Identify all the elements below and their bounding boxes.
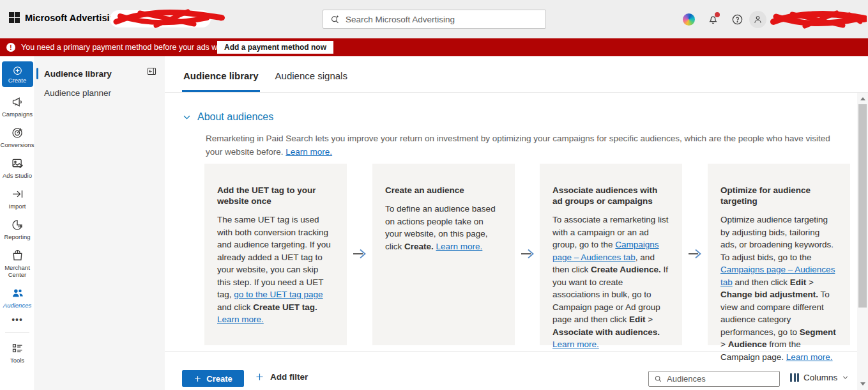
nav-item-audiences[interactable]: Audiences xyxy=(0,286,35,309)
onboarding-card-2: Create an audienceTo define an audience … xyxy=(372,164,515,345)
add-payment-method-button[interactable]: Add a payment method now xyxy=(217,41,333,54)
avatar xyxy=(749,11,766,28)
plus-icon xyxy=(255,372,264,382)
card-text: The same UET tag is used with both conve… xyxy=(217,215,331,299)
columns-button[interactable]: Columns xyxy=(790,373,849,382)
card-bold-text: Audience xyxy=(728,339,767,349)
card-text: > xyxy=(806,277,814,287)
card-body: To define an audience based on actions p… xyxy=(385,203,502,253)
columns-icon xyxy=(790,373,799,382)
microsoft-logo-icon xyxy=(9,12,20,23)
nav-item-merchant-center[interactable]: MerchantCenter xyxy=(0,249,35,278)
rail-divider xyxy=(5,332,29,333)
card-link[interactable]: Learn more. xyxy=(436,242,483,251)
image-icon xyxy=(11,157,24,170)
scroll-up-arrow-icon[interactable] xyxy=(857,94,868,104)
card-bold-text: Edit xyxy=(790,277,807,287)
nav-item-reporting[interactable]: Reporting xyxy=(0,218,35,240)
help-button[interactable] xyxy=(725,7,749,31)
search-sparkle-icon xyxy=(330,14,340,25)
nav-item-ads-studio[interactable]: Ads Studio xyxy=(0,157,35,179)
nav-item-label: Tools xyxy=(10,357,24,364)
search-icon xyxy=(654,375,662,383)
sidebar-item-audience-planner[interactable]: Audience planner xyxy=(35,83,165,102)
brand: Microsoft Advertising xyxy=(9,12,121,23)
nav-item-import[interactable]: Import xyxy=(0,187,35,210)
nav-item-label: Audiences xyxy=(3,302,31,309)
add-filter-label: Add filter xyxy=(270,372,308,382)
card-bold-text: Associate with audiences. xyxy=(552,327,660,337)
megaphone-icon xyxy=(11,95,24,109)
notification-dot xyxy=(715,12,720,17)
tab-audience-signals[interactable]: Audience signals xyxy=(274,70,349,92)
card-text: > xyxy=(646,315,653,324)
top-header: Microsoft Advertising xyxy=(0,0,868,38)
people-icon xyxy=(11,286,24,300)
account-switcher[interactable] xyxy=(110,10,211,27)
about-learn-more-link[interactable]: Learn more. xyxy=(286,147,332,157)
onboarding-card-1: Add the UET tag to your website onceThe … xyxy=(204,164,347,345)
columns-label: Columns xyxy=(803,373,837,382)
card-title: Associate audiences with ad groups or ca… xyxy=(552,185,669,207)
card-text: and then click xyxy=(733,277,790,287)
nav-item-label: Campaigns xyxy=(2,111,33,118)
card-link[interactable]: Learn more. xyxy=(552,339,599,349)
card-body: Optimize audience targeting by adjusting… xyxy=(720,214,837,363)
chevron-down-icon xyxy=(198,15,206,23)
nav-item-tools[interactable]: Tools xyxy=(0,341,35,364)
sidebar-item-audience-library[interactable]: Audience library xyxy=(35,64,165,83)
secondary-sidebar: Audience libraryAudience planner xyxy=(35,56,165,390)
nav-more-button[interactable]: ••• xyxy=(0,315,35,325)
vertical-scrollbar[interactable] xyxy=(857,93,868,390)
tab-audience-library[interactable]: Audience library xyxy=(182,70,260,92)
create-button[interactable]: Create xyxy=(2,61,33,87)
user-menu[interactable] xyxy=(749,0,868,38)
audiences-search[interactable] xyxy=(648,371,780,387)
audiences-search-input[interactable] xyxy=(667,374,774,384)
scrollbar-thumb[interactable] xyxy=(858,104,867,308)
collapse-pane-icon[interactable] xyxy=(146,66,157,77)
redacted-account-name xyxy=(111,6,226,31)
copilot-icon xyxy=(683,13,695,26)
card-text: and click xyxy=(217,302,253,312)
about-intro: Remarketing in Paid Search lets you impr… xyxy=(206,132,839,159)
nav-item-campaigns[interactable]: Campaigns xyxy=(0,95,35,118)
card-link[interactable]: Learn more. xyxy=(217,315,264,324)
nav-item-label: Reporting xyxy=(4,233,30,240)
create-button-label: Create xyxy=(8,77,27,84)
chevron-down-icon xyxy=(182,113,192,122)
payment-alert-banner: ! You need a primary payment method befo… xyxy=(0,38,868,56)
card-link[interactable]: Learn more. xyxy=(786,352,833,362)
onboarding-cards: Add the UET tag to your website onceThe … xyxy=(165,164,868,345)
card-text: Optimize audience targeting by adjusting… xyxy=(720,215,834,262)
step-arrow-right-icon xyxy=(688,249,703,259)
step-arrow-right-icon xyxy=(521,249,536,259)
nav-item-label: MerchantCenter xyxy=(4,264,30,278)
card-body: To associate a remarketing list with a c… xyxy=(552,214,669,351)
card-bold-text: Create Audience. xyxy=(591,265,661,274)
card-title: Add the UET tag to your website once xyxy=(217,185,334,207)
about-audiences-toggle[interactable]: About audiences xyxy=(182,111,273,123)
about-audiences-title: About audiences xyxy=(197,111,273,123)
copilot-button[interactable] xyxy=(676,7,701,31)
step-arrow-right-icon xyxy=(353,249,368,259)
tools-list-icon xyxy=(11,341,24,355)
chevron-down-icon xyxy=(842,374,849,381)
onboarding-card-3: Associate audiences with ad groups or ca… xyxy=(540,164,682,345)
tab-bar: Audience libraryAudience signals xyxy=(165,56,868,93)
onboarding-card-4: Optimize for audience targetingOptimize … xyxy=(708,164,850,345)
create-audience-label: Create xyxy=(206,374,232,384)
global-search-input[interactable] xyxy=(346,15,539,24)
card-link[interactable]: go to the UET tag page xyxy=(234,290,323,299)
shopping-bag-icon xyxy=(11,249,24,262)
create-audience-button[interactable]: Create xyxy=(182,370,244,387)
card-title: Optimize for audience targeting xyxy=(720,185,837,207)
notifications-button[interactable] xyxy=(701,7,725,31)
add-filter-button[interactable]: Add filter xyxy=(255,372,308,382)
scroll-down-arrow-icon[interactable] xyxy=(857,379,868,389)
nav-item-conversions[interactable]: Conversions xyxy=(0,126,35,148)
create-plus-icon xyxy=(12,65,23,76)
target-icon xyxy=(11,126,24,139)
global-search[interactable] xyxy=(323,10,546,29)
card-bold-text: Segment xyxy=(800,327,836,337)
